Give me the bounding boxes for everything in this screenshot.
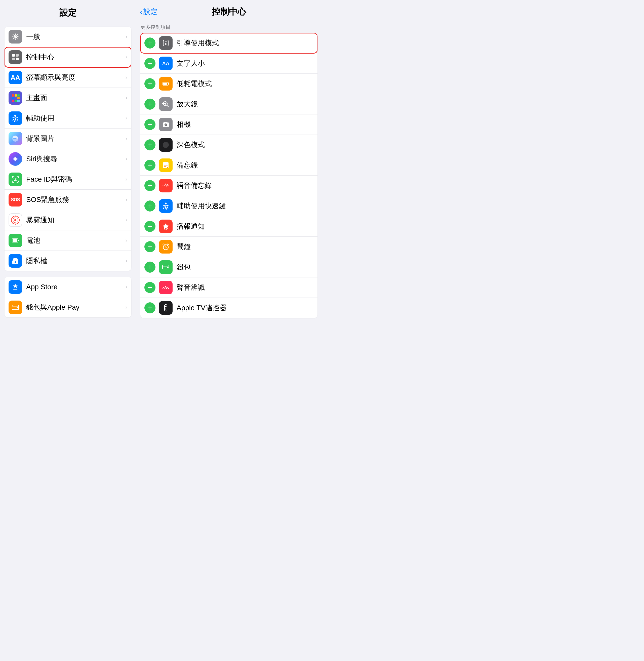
settings-item-control-center[interactable]: 控制中心 › (4, 47, 131, 67)
control-list: + 引導使用模式 + AA 文字大小 + (140, 33, 318, 318)
font-size-label: 文字大小 (177, 58, 314, 68)
svg-rect-14 (17, 100, 20, 102)
control-item-font-size[interactable]: + AA 文字大小 (140, 53, 318, 74)
display-icon: AA (8, 71, 22, 84)
wallpaper-icon (8, 132, 22, 145)
settings-item-display[interactable]: AA 螢幕顯示與亮度 › (4, 67, 131, 88)
shazam-icon (159, 281, 172, 294)
control-center-chevron: › (125, 54, 127, 61)
wallet-ctrl-label: 錢包 (177, 262, 314, 272)
control-item-voice-memo[interactable]: + 語音備忘錄 (140, 175, 318, 196)
add-dark-mode-button[interactable]: + (144, 139, 156, 150)
svg-point-15 (14, 115, 16, 117)
settings-item-battery[interactable]: 電池 › (4, 230, 131, 251)
settings-item-wallpaper[interactable]: 背景圖片 › (4, 128, 131, 149)
control-item-notes[interactable]: + 備忘錄 (140, 155, 318, 175)
faceid-icon (8, 172, 22, 186)
settings-item-privacy[interactable]: 隱私權 › (4, 251, 131, 271)
settings-item-sos[interactable]: SOS SOS緊急服務 › (4, 190, 131, 210)
svg-point-29 (12, 222, 13, 223)
wallet-ctrl-icon (159, 260, 172, 274)
control-item-magnifier[interactable]: + 放大鏡 (140, 94, 318, 114)
control-center-label: 控制中心 (26, 52, 123, 62)
display-label: 螢幕顯示與亮度 (26, 73, 123, 82)
camera-label: 相機 (177, 120, 314, 129)
add-camera-button[interactable]: + (144, 119, 156, 130)
appstore-icon (8, 280, 22, 294)
svg-rect-13 (15, 100, 17, 102)
svg-point-27 (18, 222, 19, 223)
add-accessibility-shortcut-button[interactable]: + (144, 200, 156, 212)
general-icon (8, 30, 22, 44)
sos-label: SOS緊急服務 (26, 195, 123, 205)
magnifier-icon (159, 97, 172, 111)
control-item-dark-mode[interactable]: + 深色模式 (140, 135, 318, 155)
svg-rect-42 (168, 83, 169, 85)
accessibility-chevron: › (125, 115, 127, 121)
svg-point-50 (163, 142, 169, 148)
svg-rect-3 (16, 54, 19, 56)
battery-mode-icon (159, 77, 172, 91)
display-chevron: › (125, 74, 127, 81)
svg-point-25 (19, 219, 20, 220)
shazam-label: 聲音辨識 (177, 283, 314, 292)
control-item-shazam[interactable]: + 聲音辨識 (140, 278, 318, 298)
add-announce-button[interactable]: + (144, 221, 156, 232)
add-shazam-button[interactable]: + (144, 282, 156, 293)
faceid-chevron: › (125, 176, 127, 183)
control-item-guided-access[interactable]: + 引導使用模式 (140, 33, 318, 53)
battery-mode-label: 低耗電模式 (177, 79, 314, 89)
add-alarm-button[interactable]: + (144, 241, 156, 252)
control-center-icon (8, 50, 22, 64)
settings-item-home[interactable]: 主畫面 › (4, 88, 131, 108)
guided-access-label: 引導使用模式 (177, 38, 314, 48)
exposure-chevron: › (125, 217, 127, 223)
svg-rect-31 (18, 240, 19, 241)
guided-access-icon (159, 36, 172, 50)
add-voice-memo-button[interactable]: + (144, 180, 156, 191)
add-magnifier-button[interactable]: + (144, 99, 156, 110)
privacy-icon (8, 254, 22, 268)
control-item-apple-tv[interactable]: + Apple TV遙控器 (140, 298, 318, 318)
settings-item-wallet[interactable]: 錢包與Apple Pay › (4, 297, 131, 317)
accessibility-shortcut-label: 輔助使用快速鍵 (177, 201, 314, 211)
general-chevron: › (125, 33, 127, 40)
svg-rect-11 (17, 97, 20, 99)
settings-item-siri[interactable]: Siri與搜尋 › (4, 149, 131, 169)
settings-item-faceid[interactable]: Face ID與密碼 › (4, 169, 131, 190)
svg-rect-5 (16, 57, 19, 61)
battery-chevron: › (125, 237, 127, 244)
add-font-size-button[interactable]: + (144, 58, 156, 69)
notes-label: 備忘錄 (177, 161, 314, 170)
settings-item-appstore[interactable]: App Store › (4, 277, 131, 297)
control-item-accessibility-shortcut[interactable]: + 輔助使用快速鍵 (140, 196, 318, 216)
svg-rect-7 (15, 94, 17, 97)
right-panel: ‹ 設定 控制中心 更多控制項目 + 引導使用模式 + AA 文字大小 (136, 0, 322, 331)
accessibility-icon (8, 112, 22, 125)
add-notes-button[interactable]: + (144, 160, 156, 171)
control-item-wallet[interactable]: + 錢包 (140, 257, 318, 278)
alarm-icon (159, 240, 172, 254)
settings-item-general[interactable]: 一般 › (4, 27, 131, 47)
svg-rect-10 (15, 97, 17, 99)
control-item-alarm[interactable]: + 鬧鐘 (140, 237, 318, 257)
svg-point-34 (15, 261, 16, 263)
add-apple-tv-button[interactable]: + (144, 302, 156, 313)
settings-item-accessibility[interactable]: 輔助使用 › (4, 108, 131, 128)
back-button[interactable]: ‹ 設定 (136, 7, 158, 17)
svg-rect-6 (12, 94, 14, 97)
siri-label: Siri與搜尋 (26, 154, 123, 164)
control-item-battery-mode[interactable]: + 低耗電模式 (140, 74, 318, 94)
svg-rect-32 (13, 239, 17, 242)
magnifier-label: 放大鏡 (177, 99, 314, 109)
settings-item-exposure[interactable]: 暴露通知 › (4, 210, 131, 230)
svg-line-45 (167, 105, 168, 107)
control-item-announce[interactable]: + 播報通知 (140, 216, 318, 237)
exposure-icon (8, 213, 22, 227)
add-wallet-button[interactable]: + (144, 262, 156, 273)
add-battery-mode-button[interactable]: + (144, 78, 156, 89)
apple-tv-icon (159, 301, 172, 315)
add-guided-access-button[interactable]: + (144, 38, 156, 49)
control-item-camera[interactable]: + 相機 (140, 114, 318, 135)
svg-point-28 (18, 217, 19, 218)
